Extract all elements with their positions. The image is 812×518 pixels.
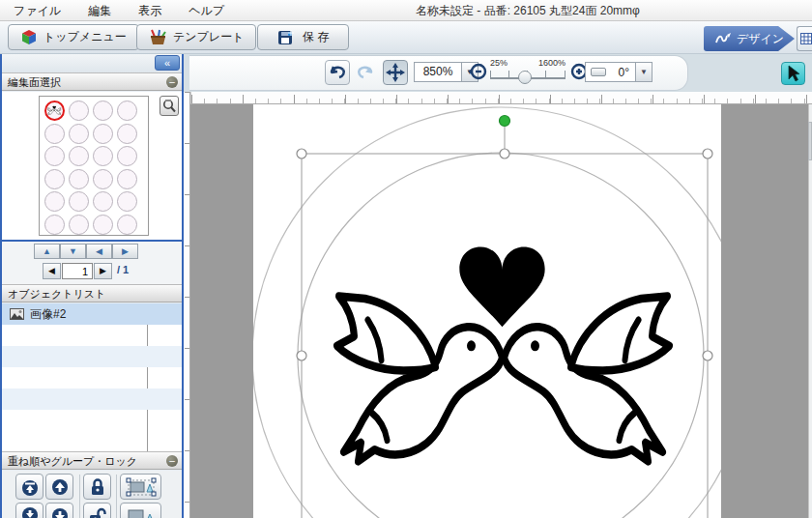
lock-button[interactable] bbox=[83, 474, 111, 500]
label-face[interactable] bbox=[44, 146, 65, 166]
zoom-slider-thumb[interactable] bbox=[518, 71, 532, 84]
page-number-input[interactable] bbox=[62, 263, 93, 279]
selection-handle-top-left[interactable] bbox=[297, 149, 306, 158]
collapse-panel-button[interactable]: « bbox=[155, 55, 180, 71]
object-list-header: オブジェクトリスト bbox=[2, 284, 182, 302]
bring-forward-button[interactable] bbox=[45, 474, 73, 500]
menu-edit[interactable]: 編集 bbox=[74, 0, 125, 21]
preview-zoom-button[interactable] bbox=[160, 96, 179, 116]
face-left-button[interactable]: ◀ bbox=[86, 244, 112, 259]
order-group-collapse-toggle[interactable]: – bbox=[166, 455, 178, 467]
group-icon bbox=[126, 476, 157, 498]
order-group-buttons bbox=[2, 471, 182, 518]
bring-to-front-icon bbox=[21, 477, 39, 497]
send-to-back-button[interactable] bbox=[15, 503, 44, 518]
object-row-empty[interactable] bbox=[2, 367, 182, 388]
canvas-scrollbar-thumb[interactable] bbox=[808, 122, 812, 160]
menu-help[interactable]: ヘルプ bbox=[175, 0, 238, 21]
tab-next-partial[interactable] bbox=[797, 26, 812, 51]
send-backward-button[interactable] bbox=[45, 503, 73, 518]
tab-design[interactable]: デザイン bbox=[704, 26, 795, 51]
label-face[interactable] bbox=[69, 101, 89, 121]
canvas-scrollbar[interactable] bbox=[808, 104, 812, 518]
cursor-arrow-icon bbox=[786, 65, 801, 82]
undo-button[interactable] bbox=[325, 60, 350, 85]
separator bbox=[79, 475, 80, 518]
label-face[interactable] bbox=[93, 215, 113, 235]
menu-view[interactable]: 表示 bbox=[125, 0, 175, 21]
rotation-dropdown-button[interactable]: ▼ bbox=[636, 62, 652, 82]
selection-handle-middle-right[interactable] bbox=[703, 351, 712, 360]
label-face[interactable] bbox=[117, 169, 137, 189]
page-prev-icon: ◀ bbox=[48, 266, 55, 275]
zoom-out-button[interactable] bbox=[466, 59, 489, 84]
bring-to-front-button[interactable] bbox=[15, 474, 44, 500]
top-menu-button[interactable]: トップメニュー bbox=[8, 24, 139, 50]
label-face[interactable] bbox=[93, 101, 113, 121]
bring-forward-icon bbox=[51, 477, 69, 497]
label-face[interactable] bbox=[117, 215, 137, 235]
selection-handle-top-center[interactable] bbox=[500, 149, 509, 158]
edit-face-header-label: 編集面選択 bbox=[8, 76, 61, 88]
template-button[interactable]: テンプレート bbox=[136, 24, 256, 50]
label-face[interactable] bbox=[93, 124, 113, 144]
lock-icon bbox=[90, 478, 105, 496]
ungroup-button[interactable] bbox=[120, 503, 161, 518]
face-down-button[interactable]: ▼ bbox=[60, 244, 86, 259]
label-face[interactable] bbox=[93, 146, 113, 166]
zoom-slider: 25% 1600% bbox=[490, 58, 566, 87]
select-tool-button[interactable] bbox=[781, 62, 805, 85]
object-row-image2[interactable]: 画像#2 bbox=[2, 303, 182, 325]
label-face[interactable] bbox=[44, 191, 65, 212]
page-prev-button[interactable]: ◀ bbox=[43, 263, 61, 279]
label-face[interactable] bbox=[69, 169, 89, 189]
save-button[interactable]: 保 存 bbox=[257, 24, 349, 50]
label-face[interactable] bbox=[69, 215, 89, 235]
top-menu-label: トップメニュー bbox=[44, 29, 127, 45]
image-icon bbox=[10, 308, 24, 320]
label-face[interactable] bbox=[44, 215, 65, 235]
label-face[interactable] bbox=[117, 124, 137, 144]
selection-handle-top-right[interactable] bbox=[703, 149, 712, 158]
label-face[interactable] bbox=[117, 191, 137, 212]
left-triangle-icon: ◀ bbox=[96, 246, 102, 256]
label-face[interactable] bbox=[93, 169, 113, 189]
label-face-selected[interactable] bbox=[44, 101, 65, 121]
rotation-handle[interactable] bbox=[500, 116, 510, 127]
send-backward-icon bbox=[51, 506, 69, 518]
selection-handle-middle-left[interactable] bbox=[297, 351, 306, 360]
object-row-empty[interactable] bbox=[2, 388, 182, 410]
object-row-empty[interactable] bbox=[2, 410, 182, 431]
object-row-empty[interactable] bbox=[2, 325, 182, 346]
label-face[interactable] bbox=[44, 169, 65, 189]
face-up-button[interactable]: ▲ bbox=[34, 244, 60, 259]
group-button[interactable] bbox=[120, 474, 161, 500]
label-face[interactable] bbox=[117, 146, 137, 166]
zoom-level-field[interactable]: 850% bbox=[414, 62, 462, 82]
object-row-empty[interactable] bbox=[2, 346, 182, 367]
order-group-header: 重ね順やグループ・ロック – bbox=[2, 451, 182, 470]
unlock-button[interactable] bbox=[83, 503, 111, 518]
label-face[interactable] bbox=[93, 191, 113, 212]
label-face[interactable] bbox=[44, 124, 65, 144]
fit-to-window-button[interactable] bbox=[383, 60, 408, 85]
label-face[interactable] bbox=[69, 124, 89, 144]
redo-button[interactable] bbox=[353, 60, 378, 85]
face-nav-area: ▲ ▼ ◀ ▶ ◀ ▶ / 1 bbox=[2, 242, 182, 284]
canvas-svg bbox=[190, 104, 812, 518]
magnifier-icon bbox=[162, 99, 176, 113]
separator bbox=[116, 475, 117, 518]
ungroup-icon bbox=[126, 505, 157, 518]
edit-face-collapse-toggle[interactable]: – bbox=[166, 76, 178, 88]
label-face[interactable] bbox=[69, 146, 89, 166]
label-face[interactable] bbox=[69, 191, 89, 212]
template-label: テンプレート bbox=[173, 29, 244, 45]
label-face[interactable] bbox=[117, 101, 137, 121]
object-list: 画像#2 bbox=[2, 303, 182, 451]
page-next-button[interactable]: ▶ bbox=[94, 263, 112, 279]
face-right-button[interactable]: ▶ bbox=[112, 244, 138, 259]
vertical-ruler bbox=[184, 92, 190, 518]
rotation-field[interactable]: 0° bbox=[585, 62, 636, 82]
menu-file[interactable]: ファイル bbox=[0, 0, 74, 21]
design-canvas[interactable] bbox=[184, 92, 812, 518]
